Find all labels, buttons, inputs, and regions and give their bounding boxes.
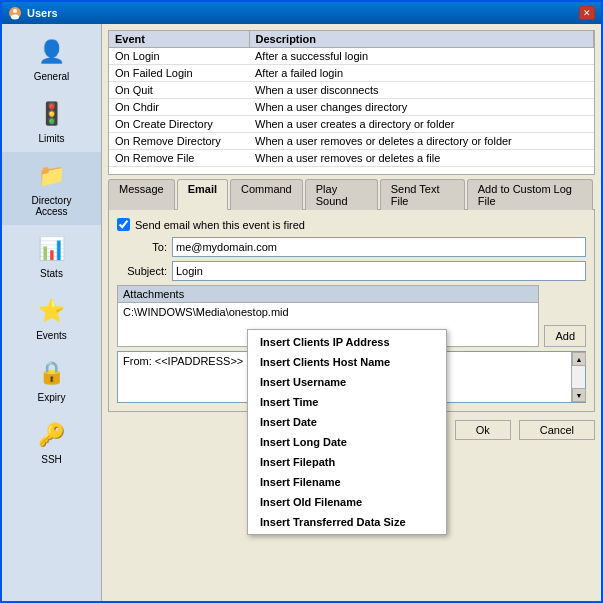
attachments-label: Attachments [123, 288, 184, 300]
event-cell: On Chdir [109, 99, 249, 116]
description-cell: When a user disconnects [249, 82, 594, 99]
tab-email[interactable]: Email [177, 179, 228, 210]
context-menu-item[interactable]: Insert Old Filename [248, 492, 446, 512]
table-row[interactable]: On Failed LoginAfter a failed login [109, 65, 594, 82]
general-icon: 👤 [36, 36, 68, 68]
sidebar-label-ssh: SSH [41, 454, 62, 465]
tab-message[interactable]: Message [108, 179, 175, 210]
context-menu-item[interactable]: Insert Filepath [248, 452, 446, 472]
tabs-row: MessageEmailCommandPlay SoundSend Text F… [108, 179, 595, 210]
event-cell: On Login [109, 48, 249, 65]
sidebar-label-stats: Stats [40, 268, 63, 279]
from-scrollbar: ▲ ▼ [571, 352, 585, 402]
table-row[interactable]: On QuitWhen a user disconnects [109, 82, 594, 99]
sidebar-label-expiry: Expiry [38, 392, 66, 403]
to-label: To: [117, 241, 172, 253]
col-event: Event [109, 31, 249, 48]
context-menu-item[interactable]: Insert Username [248, 372, 446, 392]
add-button[interactable]: Add [544, 325, 586, 347]
table-row[interactable]: On Remove DirectoryWhen a user removes o… [109, 133, 594, 150]
subject-label: Subject: [117, 265, 172, 277]
context-menu: Insert Clients IP AddressInsert Clients … [247, 329, 447, 535]
sidebar-item-general[interactable]: 👤 General [2, 28, 101, 90]
context-menu-item[interactable]: Insert Time [248, 392, 446, 412]
tab-send-text-file[interactable]: Send Text File [380, 179, 465, 210]
col-description: Description [249, 31, 594, 48]
svg-point-2 [11, 15, 19, 20]
sidebar-item-events[interactable]: ⭐ Events [2, 287, 101, 349]
ssh-icon: 🔑 [36, 419, 68, 451]
svg-point-1 [13, 9, 17, 13]
sidebar-item-directory-access[interactable]: 📁 DirectoryAccess [2, 152, 101, 225]
sidebar-item-limits[interactable]: 🚦 Limits [2, 90, 101, 152]
context-menu-item[interactable]: Insert Date [248, 412, 446, 432]
description-cell: When a user removes or deletes a directo… [249, 133, 594, 150]
window-title: Users [27, 7, 58, 19]
table-row[interactable]: On ChdirWhen a user changes directory [109, 99, 594, 116]
tab-add-to-custom-log-file[interactable]: Add to Custom Log File [467, 179, 593, 210]
from-text: From: <<IPADDRESS>> [123, 355, 243, 367]
close-button[interactable]: ✕ [579, 6, 595, 20]
description-cell: When a user creates a directory or folde… [249, 116, 594, 133]
context-menu-item[interactable]: Insert Transferred Data Size [248, 512, 446, 532]
to-input[interactable] [172, 237, 586, 257]
scroll-down-btn[interactable]: ▼ [572, 388, 586, 402]
sidebar-label-general: General [34, 71, 70, 82]
limits-icon: 🚦 [36, 98, 68, 130]
table-row[interactable]: On Create DirectoryWhen a user creates a… [109, 116, 594, 133]
tab-play-sound[interactable]: Play Sound [305, 179, 378, 210]
description-cell: When a user changes directory [249, 99, 594, 116]
expiry-icon: 🔒 [36, 357, 68, 389]
sidebar-label-events: Events [36, 330, 67, 341]
ok-button[interactable]: Ok [455, 420, 511, 440]
event-cell: On Create Directory [109, 116, 249, 133]
description-cell: When a user removes or deletes a file [249, 150, 594, 167]
users-window: Users ✕ 👤 General 🚦 Limits 📁 DirectoryAc… [0, 0, 603, 603]
context-menu-item[interactable]: Insert Clients IP Address [248, 332, 446, 352]
sidebar-item-ssh[interactable]: 🔑 SSH [2, 411, 101, 473]
main-panel: Event Description On LoginAfter a succes… [102, 24, 601, 601]
send-email-row: Send email when this event is fired [117, 218, 586, 231]
context-menu-item[interactable]: Insert Long Date [248, 432, 446, 452]
context-menu-item[interactable]: Insert Filename [248, 472, 446, 492]
table-row[interactable]: On LoginAfter a successful login [109, 48, 594, 65]
sidebar-label-directory: DirectoryAccess [31, 195, 71, 217]
subject-input[interactable] [172, 261, 586, 281]
directory-icon: 📁 [36, 160, 68, 192]
sidebar-item-expiry[interactable]: 🔒 Expiry [2, 349, 101, 411]
content-area: 👤 General 🚦 Limits 📁 DirectoryAccess 📊 S… [2, 24, 601, 601]
send-email-label: Send email when this event is fired [135, 219, 305, 231]
description-cell: After a successful login [249, 48, 594, 65]
stats-icon: 📊 [36, 233, 68, 265]
sidebar-item-stats[interactable]: 📊 Stats [2, 225, 101, 287]
to-row: To: [117, 237, 586, 257]
events-icon: ⭐ [36, 295, 68, 327]
cancel-button[interactable]: Cancel [519, 420, 595, 440]
context-menu-item[interactable]: Insert Clients Host Name [248, 352, 446, 372]
attachments-header: Attachments [117, 285, 539, 302]
subject-row: Subject: [117, 261, 586, 281]
event-table: Event Description On LoginAfter a succes… [109, 31, 594, 167]
event-cell: On Quit [109, 82, 249, 99]
description-cell: After a failed login [249, 65, 594, 82]
event-table-wrapper[interactable]: Event Description On LoginAfter a succes… [108, 30, 595, 175]
table-row[interactable]: On Remove FileWhen a user removes or del… [109, 150, 594, 167]
send-email-checkbox[interactable] [117, 218, 130, 231]
title-bar: Users ✕ [2, 2, 601, 24]
sidebar: 👤 General 🚦 Limits 📁 DirectoryAccess 📊 S… [2, 24, 102, 601]
sidebar-label-limits: Limits [38, 133, 64, 144]
scroll-up-btn[interactable]: ▲ [572, 352, 586, 366]
window-icon [8, 6, 22, 20]
attachment-file: C:\WINDOWS\Media\onestop.mid [123, 306, 289, 318]
event-cell: On Failed Login [109, 65, 249, 82]
event-cell: On Remove File [109, 150, 249, 167]
tab-command[interactable]: Command [230, 179, 303, 210]
event-cell: On Remove Directory [109, 133, 249, 150]
